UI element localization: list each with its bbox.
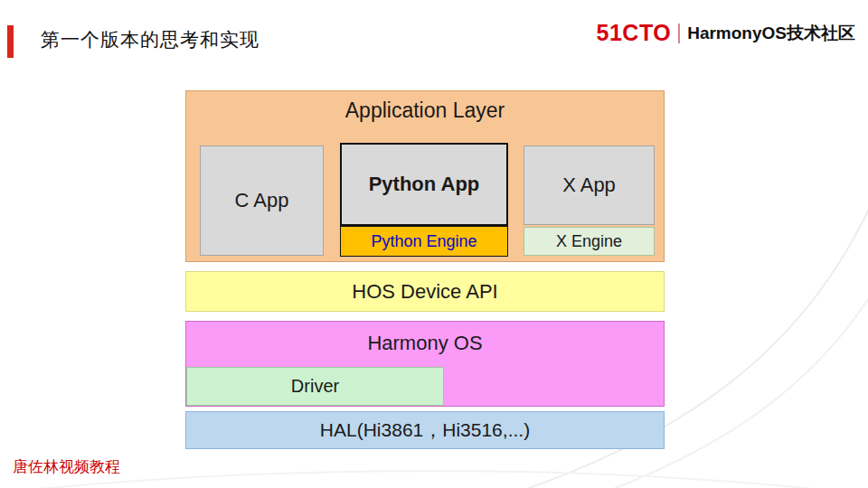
harmony-os-block: Harmony OS Driver [185, 321, 665, 407]
logo-51cto: 51CTO [597, 20, 672, 46]
architecture-diagram: Application Layer C App Python App Pytho… [185, 90, 665, 449]
python-app-box: Python App [340, 143, 508, 226]
x-engine-box: X Engine [524, 227, 655, 256]
hal-label: HAL(Hi3861，Hi3516,...) [320, 418, 530, 443]
hos-device-api-label: HOS Device API [352, 280, 497, 304]
slide-title: 第一个版本的思考和实现 [41, 27, 259, 52]
brand-community-label: HarmonyOS技术社区 [687, 22, 855, 45]
application-layer-block: Application Layer C App Python App Pytho… [185, 90, 665, 262]
c-app-box: C App [200, 145, 324, 256]
footer-credit: 唐佐林视频教程 [13, 456, 120, 477]
hos-device-api-block: HOS Device API [185, 271, 665, 312]
title-accent-bar [7, 25, 14, 58]
slide: 第一个版本的思考和实现 51CTO HarmonyOS技术社区 Applicat… [0, 0, 868, 488]
application-layer-label: Application Layer [186, 99, 664, 123]
harmony-os-label: Harmony OS [186, 332, 664, 355]
x-app-box: X App [524, 145, 655, 225]
brand-divider [678, 23, 680, 43]
hal-block: HAL(Hi3861，Hi3516,...) [185, 411, 665, 449]
driver-box: Driver [186, 367, 444, 406]
python-engine-box: Python Engine [340, 226, 508, 257]
brand-header: 51CTO HarmonyOS技术社区 [597, 20, 855, 46]
